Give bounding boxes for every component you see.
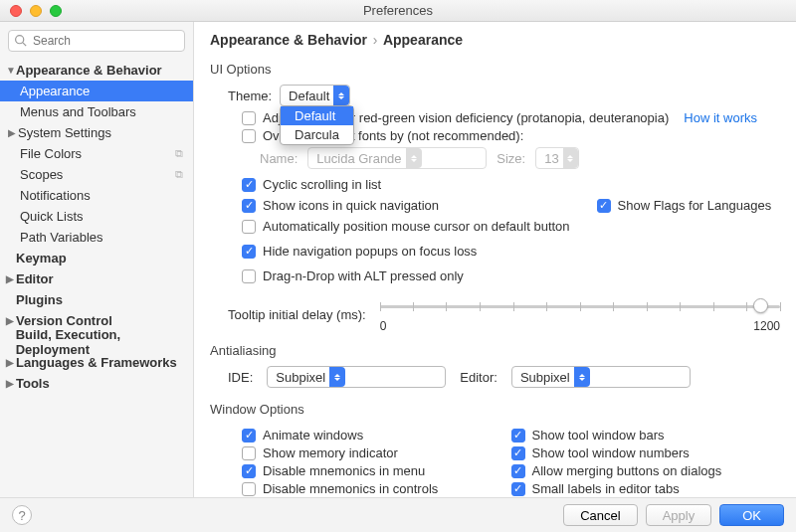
copy-icon: ⧉ xyxy=(175,168,183,181)
sidebar-item-notifications[interactable]: Notifications xyxy=(0,185,193,206)
checkbox-memory-indicator[interactable] xyxy=(242,446,256,460)
aa-ide-select[interactable]: Subpixel xyxy=(267,366,446,388)
apply-button[interactable]: Apply xyxy=(646,504,712,526)
chevron-down-icon: ▼ xyxy=(6,65,16,76)
theme-label: Theme: xyxy=(228,89,272,103)
aa-ide-label: IDE: xyxy=(228,370,253,385)
theme-option-default[interactable]: Default xyxy=(281,106,353,125)
checkbox-show-flags[interactable] xyxy=(597,199,611,213)
section-antialiasing: Antialiasing xyxy=(210,343,780,358)
chevron-right-icon: ▶ xyxy=(6,315,16,326)
sidebar-item-plugins[interactable]: Plugins xyxy=(0,289,193,310)
section-ui-options: UI Options xyxy=(210,62,780,77)
section-window-options: Window Options xyxy=(210,402,780,417)
svg-line-1 xyxy=(23,43,26,46)
theme-option-darcula[interactable]: Darcula xyxy=(281,125,353,144)
footer: ? Cancel Apply OK xyxy=(0,497,796,532)
sidebar-item-appearance-behavior[interactable]: ▼Appearance & Behavior xyxy=(0,60,193,81)
sidebar-item-languages-frameworks[interactable]: ▶Languages & Frameworks xyxy=(0,352,193,373)
stepper-icon xyxy=(333,86,349,105)
sidebar-item-keymap[interactable]: Keymap xyxy=(0,248,193,268)
copy-icon: ⧉ xyxy=(175,147,183,160)
search-box xyxy=(8,30,185,52)
sidebar-tree: ▼Appearance & Behavior Appearance Menus … xyxy=(0,60,193,394)
main-panel: Appearance & Behavior › Appearance UI Op… xyxy=(194,22,796,497)
chevron-right-icon: ▶ xyxy=(6,357,16,368)
sidebar-item-build-exec-deploy[interactable]: Build, Execution, Deployment xyxy=(0,331,193,352)
tooltip-delay-slider[interactable] xyxy=(380,295,780,317)
titlebar: Preferences xyxy=(0,0,796,22)
chevron-right-icon: › xyxy=(373,32,378,48)
help-button[interactable]: ? xyxy=(12,505,32,525)
font-size-select: 13 xyxy=(535,147,579,169)
checkbox-disable-mnemonics-controls[interactable] xyxy=(242,482,256,496)
cancel-button[interactable]: Cancel xyxy=(563,504,637,526)
sidebar: ▼Appearance & Behavior Appearance Menus … xyxy=(0,22,194,497)
search-input[interactable] xyxy=(8,30,185,52)
chevron-right-icon: ▶ xyxy=(6,273,16,284)
font-name-label: Name: xyxy=(260,151,298,166)
checkbox-show-icons-nav[interactable] xyxy=(242,199,256,213)
tooltip-delay-label: Tooltip initial delay (ms): xyxy=(228,307,366,322)
checkbox-adjust-colors[interactable] xyxy=(242,111,256,125)
checkbox-animate-windows[interactable] xyxy=(242,429,256,443)
sidebar-item-menus-toolbars[interactable]: Menus and Toolbars xyxy=(0,101,193,122)
sidebar-item-scopes[interactable]: Scopes⧉ xyxy=(0,164,193,185)
checkbox-drag-drop-alt[interactable] xyxy=(242,269,256,283)
font-size-label: Size: xyxy=(497,151,525,166)
sidebar-item-editor[interactable]: ▶Editor xyxy=(0,268,193,289)
link-how-it-works[interactable]: How it works xyxy=(684,110,757,125)
stepper-icon xyxy=(574,367,590,387)
font-name-select: Lucida Grande xyxy=(307,147,487,169)
sidebar-item-path-variables[interactable]: Path Variables xyxy=(0,227,193,248)
stepper-icon xyxy=(329,367,345,387)
theme-dropdown: Default Darcula xyxy=(280,105,354,145)
checkbox-small-labels[interactable] xyxy=(511,482,525,496)
checkbox-cyclic-scrolling[interactable] xyxy=(242,178,256,192)
slider-thumb[interactable] xyxy=(753,298,768,313)
sidebar-item-appearance[interactable]: Appearance xyxy=(0,81,193,101)
checkbox-auto-mouse[interactable] xyxy=(242,220,256,234)
search-icon xyxy=(14,34,27,47)
svg-point-0 xyxy=(16,36,24,44)
checkbox-override-fonts[interactable] xyxy=(242,129,256,143)
ok-button[interactable]: OK xyxy=(719,504,784,526)
theme-select[interactable]: Default Default Darcula xyxy=(280,85,350,106)
sidebar-item-file-colors[interactable]: File Colors⧉ xyxy=(0,143,193,164)
checkbox-disable-mnemonics-menu[interactable] xyxy=(242,464,256,478)
aa-editor-select[interactable]: Subpixel xyxy=(511,366,691,388)
checkbox-show-tool-numbers[interactable] xyxy=(511,446,525,460)
stepper-icon xyxy=(406,148,422,168)
sidebar-item-quick-lists[interactable]: Quick Lists xyxy=(0,206,193,227)
stepper-icon xyxy=(563,148,579,168)
checkbox-show-tool-bars[interactable] xyxy=(511,429,525,443)
chevron-right-icon: ▶ xyxy=(6,378,16,389)
window-title: Preferences xyxy=(0,3,796,18)
sidebar-item-tools[interactable]: ▶Tools xyxy=(0,373,193,394)
checkbox-allow-merging[interactable] xyxy=(511,464,525,478)
checkbox-hide-nav-popups[interactable] xyxy=(242,245,256,259)
breadcrumb: Appearance & Behavior › Appearance xyxy=(210,32,780,48)
chevron-right-icon: ▶ xyxy=(8,127,18,138)
sidebar-item-system-settings[interactable]: ▶System Settings xyxy=(0,122,193,143)
aa-editor-label: Editor: xyxy=(460,370,498,385)
